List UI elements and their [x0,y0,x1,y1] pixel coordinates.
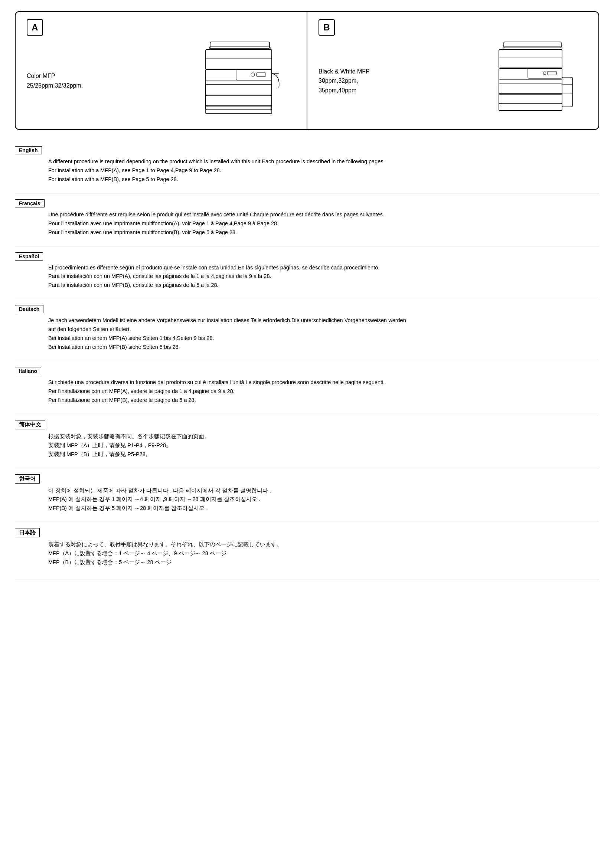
lang-line: MFP(A) 에 설치하는 경우 1 페이지 ～4 페이지 ,9 페이지 ～28… [48,495,599,504]
lang-badge-italiano: Italiano [15,367,41,375]
lang-line: Bei Installation an einem MFP(A) siehe S… [48,334,599,343]
lang-line: 装着する対象によって、取付手順は異なります。それぞれ、以下のページに記載していま… [48,540,599,549]
svg-rect-8 [206,85,272,96]
lang-badge-chinese-simplified: 简体中文 [15,420,45,429]
lang-section-english: EnglishA different procedure is required… [15,140,599,193]
lang-line: El procedimiento es diferente según el p… [48,264,599,273]
product-overview-section: A Color MFP 25/25ppm,32/32ppm, [15,11,599,130]
bottom-divider [15,579,599,579]
lang-body-chinese-simplified: 根据安装对象，安装步骤略有不同。各个步骤记载在下面的页面。安装到 MFP（A）上… [15,432,599,459]
panel-a-spec: 25/25ppm,32/32ppm, [27,81,83,91]
lang-section-korean: 한국어이 장치에 설치되는 제품에 따라 절차가 다릅니다 . 다음 페이지에서… [15,468,599,522]
svg-rect-2 [206,50,272,70]
lang-line: Une procédure différente est requise sel… [48,211,599,219]
lang-line: Para la instalación con un MFP(B), consu… [48,281,599,290]
panel-a: A Color MFP 25/25ppm,32/32ppm, [16,12,307,129]
lang-line: Per l'installazione con un MFP(B), veder… [48,396,599,405]
lang-line: MFP(B) 에 설치하는 경우 5 페이지 ～28 페이지를 참조하십시오 . [48,504,599,513]
lang-section-francais: FrançaisUne procédure différente est req… [15,193,599,246]
lang-line: auf den folgenden Seiten erläutert. [48,325,599,334]
panel-b-spec: 30ppm,32ppm, 35ppm,40ppm [318,76,370,95]
lang-line: Bei Installation an einem MFP(B) siehe S… [48,343,599,352]
lang-line: MFP（A）に設置する場合：1 ページ～ 4 ページ、9 ページ～ 28 ページ [48,549,599,558]
svg-rect-20 [547,71,557,75]
svg-rect-22 [499,93,562,104]
lang-badge-espanol: Español [15,252,43,260]
lang-badge-deutsch: Deutsch [15,305,43,313]
svg-rect-18 [528,68,562,78]
bw-mfp-illustration [491,40,587,122]
lang-badge-english: English [15,146,42,154]
svg-point-6 [251,73,255,76]
color-mfp-illustration [199,40,296,122]
lang-section-espanol: EspañolEl procedimiento es diferente seg… [15,246,599,299]
svg-rect-7 [256,73,266,76]
svg-rect-23 [499,103,562,111]
lang-line: Pour l'installation avec une imprimante … [48,219,599,228]
lang-body-francais: Une procédure différente est requise sel… [15,211,599,237]
lang-body-japanese: 装着する対象によって、取付手順は異なります。それぞれ、以下のページに記載していま… [15,540,599,567]
panel-b-name: Black & White MFP [318,67,370,76]
lang-line: 이 장치에 설치되는 제품에 따라 절차가 다릅니다 . 다음 페이지에서 각 … [48,487,599,495]
svg-rect-9 [206,95,272,106]
lang-section-deutsch: DeutschJe nach verwendetem Modell ist ei… [15,299,599,361]
lang-section-japanese: 日本語装着する対象によって、取付手順は異なります。それぞれ、以下のページに記載し… [15,522,599,576]
lang-line: 根据安装对象，安装步骤略有不同。各个步骤记载在下面的页面。 [48,432,599,441]
lang-line: Pour l'installation avec une imprimante … [48,228,599,237]
panel-b-label: B [318,19,335,36]
lang-body-italiano: Si richiede una procedura diversa in fun… [15,378,599,405]
lang-line: Para la instalación con un MFP(A), consu… [48,272,599,281]
language-sections: EnglishA different procedure is required… [15,140,599,576]
svg-rect-24 [562,77,572,107]
svg-rect-21 [499,84,562,94]
svg-point-19 [543,71,546,74]
lang-body-espanol: El procedimiento es diferente según el p… [15,264,599,290]
svg-rect-4 [206,69,272,110]
lang-line: Je nach verwendetem Modell ist eine ande… [48,316,599,325]
lang-section-chinese-simplified: 简体中文根据安装对象，安装步骤略有不同。各个步骤记载在下面的页面。安装到 MFP… [15,414,599,468]
lang-line: Si richiede una procedura diversa in fun… [48,378,599,387]
lang-line: Per l'installazione con un MFP(A), veder… [48,387,599,396]
lang-body-deutsch: Je nach verwendetem Modell ist eine ande… [15,316,599,352]
panel-a-label: A [27,19,43,36]
lang-line: 安装到 MFP（B）上时，请参见 P5-P28。 [48,450,599,459]
svg-rect-5 [236,69,272,80]
panel-a-name: Color MFP [27,71,83,81]
svg-rect-15 [499,50,562,69]
lang-line: For installation with a MFP(B), see Page… [48,175,599,184]
lang-badge-francais: Français [15,199,45,208]
lang-section-italiano: ItalianoSi richiede una procedura divers… [15,361,599,414]
lang-badge-korean: 한국어 [15,474,40,484]
lang-body-korean: 이 장치에 설치되는 제품에 따라 절차가 다릅니다 . 다음 페이지에서 각 … [15,487,599,513]
svg-rect-10 [206,105,272,113]
lang-line: MFP（B）に設置する場合：5 ページ～ 28 ページ [48,558,599,567]
lang-line: A different procedure is required depend… [48,157,599,166]
panel-b: B Black & White MFP 30ppm,32ppm, 35ppm,4… [307,12,598,129]
lang-body-english: A different procedure is required depend… [15,157,599,184]
lang-badge-japanese: 日本語 [15,528,40,537]
lang-line: For installation with a MFP(A), see Page… [48,166,599,175]
svg-rect-0 [210,42,270,49]
lang-line: 安装到 MFP（A）上时，请参见 P1-P4，P9-P28。 [48,441,599,450]
